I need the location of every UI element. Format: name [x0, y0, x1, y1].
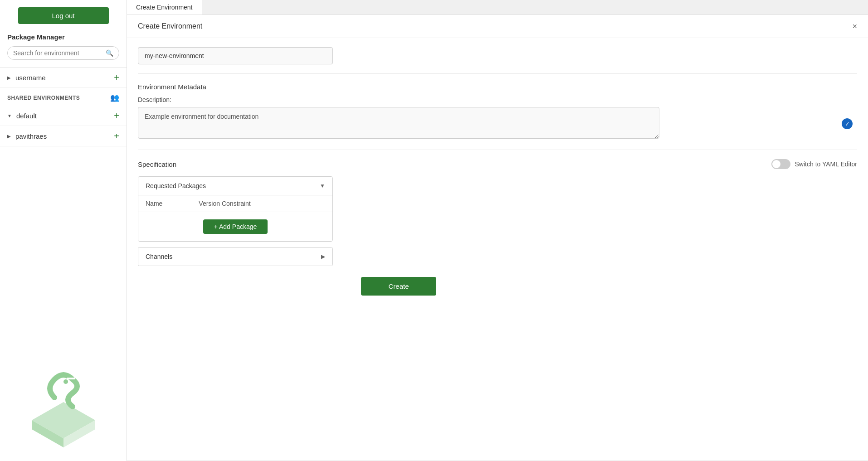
- yaml-editor-toggle[interactable]: [771, 159, 790, 169]
- svg-point-3: [63, 379, 68, 384]
- dialog-title: Create Environment: [138, 22, 202, 30]
- add-default-icon[interactable]: +: [114, 111, 119, 120]
- search-icon: 🔍: [106, 49, 113, 57]
- people-icon: 👥: [110, 93, 119, 102]
- create-button[interactable]: Create: [361, 277, 436, 296]
- nav-label-default: default: [16, 112, 37, 120]
- expand-arrow-default: ▼: [7, 113, 12, 118]
- dialog-panel: Create Environment × Environment Metadat…: [127, 15, 868, 461]
- sidebar: Log out Package Manager 🔍 ▶ username + S…: [0, 0, 127, 461]
- channels-arrow-icon: ▶: [321, 253, 325, 260]
- packages-box: Requested Packages ▼ Name Version Constr…: [138, 176, 333, 242]
- create-row: Create: [138, 266, 659, 310]
- search-input[interactable]: [13, 49, 106, 57]
- tab-strip: Create Environment: [127, 0, 868, 15]
- shared-environments-header: SHARED ENVIRONMENTS 👥: [0, 88, 127, 106]
- sidebar-item-default[interactable]: ▼ default +: [0, 106, 127, 126]
- description-label: Description:: [138, 96, 857, 103]
- logout-button[interactable]: Log out: [18, 7, 109, 24]
- check-badge: ✓: [842, 118, 853, 129]
- packages-header-label: Requested Packages: [146, 182, 206, 189]
- spec-header: Specification Switch to YAML Editor: [138, 159, 857, 169]
- expand-arrow-pavithraes: ▶: [7, 134, 11, 139]
- description-wrapper: Example environment for documentation ✓: [138, 107, 857, 141]
- nav-label-username: username: [15, 74, 46, 82]
- description-textarea[interactable]: Example environment for documentation: [138, 107, 659, 139]
- yaml-toggle-label: Switch to YAML Editor: [795, 160, 857, 168]
- yaml-toggle-area: Switch to YAML Editor: [771, 159, 857, 169]
- channels-box: Channels ▶: [138, 247, 333, 266]
- tab-label: Create Environment: [136, 4, 193, 11]
- main-content: Create Environment Create Environment × …: [127, 0, 868, 461]
- add-pavithraes-icon[interactable]: +: [114, 131, 119, 141]
- add-username-icon[interactable]: +: [114, 73, 119, 82]
- add-package-row: + Add Package: [138, 212, 332, 241]
- brand-logo: [18, 361, 109, 452]
- channels-header[interactable]: Channels ▶: [138, 247, 332, 266]
- tab-create-environment[interactable]: Create Environment: [127, 0, 202, 15]
- sidebar-title: Package Manager: [0, 31, 127, 46]
- packages-header[interactable]: Requested Packages ▼: [138, 177, 332, 195]
- packages-table-header: Name Version Constraint: [138, 195, 332, 212]
- section-divider-1: [138, 73, 857, 74]
- metadata-section-header: Environment Metadata: [138, 83, 857, 91]
- section-divider-2: [138, 150, 857, 150]
- specification-title: Specification: [138, 160, 176, 168]
- specification-section: Specification Switch to YAML Editor Requ…: [138, 159, 857, 310]
- shared-env-label: SHARED ENVIRONMENTS: [7, 95, 80, 101]
- add-package-button[interactable]: + Add Package: [203, 219, 268, 234]
- channels-label: Channels: [146, 253, 172, 260]
- search-box: 🔍: [7, 46, 119, 60]
- logout-area: Log out: [0, 0, 127, 31]
- dialog-body: Environment Metadata Description: Exampl…: [127, 38, 868, 319]
- logo-area: [0, 361, 127, 452]
- sidebar-item-username[interactable]: ▶ username +: [0, 68, 127, 88]
- expand-arrow-username: ▶: [7, 75, 11, 80]
- dialog-header: Create Environment ×: [127, 15, 868, 38]
- nav-label-pavithraes: pavithraes: [15, 132, 47, 140]
- packages-chevron-icon: ▼: [320, 183, 325, 189]
- col-name-header: Name: [146, 200, 162, 207]
- col-version-header: Version Constraint: [199, 200, 250, 207]
- sidebar-item-pavithraes[interactable]: ▶ pavithraes +: [0, 126, 127, 146]
- close-button[interactable]: ×: [852, 22, 857, 30]
- environment-name-input[interactable]: [138, 47, 333, 64]
